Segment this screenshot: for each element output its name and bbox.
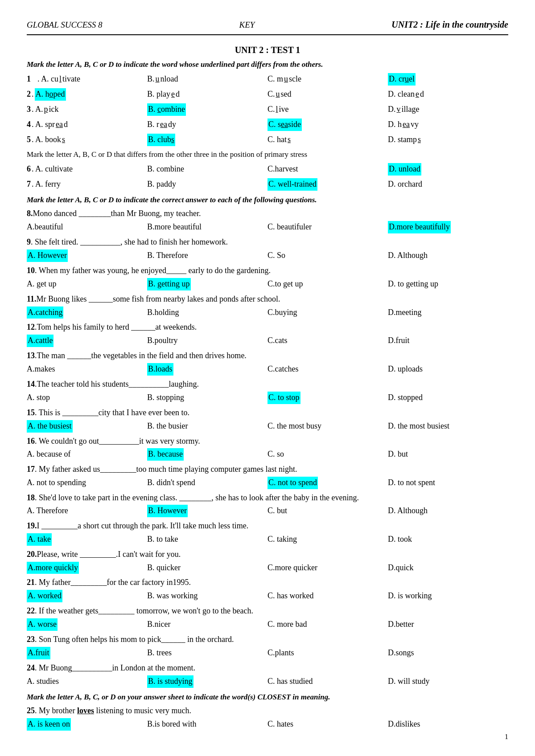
q1-a: 1. A. cultivate bbox=[27, 73, 147, 86]
q23-a: A.fruit bbox=[27, 647, 147, 659]
q3-d: D. village bbox=[388, 103, 508, 116]
q3-a: 3. A. pick bbox=[27, 103, 147, 116]
q16-b: B. because bbox=[147, 448, 268, 461]
q15-c: C. the most busy bbox=[268, 420, 388, 433]
q18-d: D. Although bbox=[388, 505, 508, 517]
question-21: 21. My father_________for the car factor… bbox=[27, 576, 508, 602]
q25-text: 25. My brother loves listening to music … bbox=[27, 705, 508, 717]
q10-a: A. get up bbox=[27, 278, 147, 290]
q24-a: A. studies bbox=[27, 675, 147, 688]
header-right: UNIT2 : Life in the countryside bbox=[391, 18, 508, 32]
q1-d: D. cruel bbox=[388, 73, 508, 86]
q21-b: B. was working bbox=[147, 590, 268, 602]
q9-text: 9. She felt tired. __________, she had t… bbox=[27, 236, 508, 249]
q15-a: A. the busiest bbox=[27, 420, 147, 433]
q11-a: A.catching bbox=[27, 306, 147, 319]
q15-text: 15. This is _________city that I have ev… bbox=[27, 407, 508, 419]
q5-b: B. clubs bbox=[147, 134, 268, 146]
q13-a: A.makes bbox=[27, 363, 147, 376]
q4-c: C. seaside bbox=[268, 119, 388, 131]
q18-a: A. Therefore bbox=[27, 505, 147, 517]
q13-d: D. uploads bbox=[388, 363, 508, 376]
question-20: 20.Please, write _________.I can't wait … bbox=[27, 548, 508, 574]
q12-b: B.poultry bbox=[147, 335, 268, 347]
q2-b: B. played bbox=[147, 88, 268, 101]
q10-d: D. to getting up bbox=[388, 278, 508, 290]
q19-b: B. to take bbox=[147, 533, 268, 546]
question-23: 23. Son Tung often helps his mom to pick… bbox=[27, 633, 508, 659]
q22-a: A. worse bbox=[27, 618, 147, 631]
q17-a: A. not to spending bbox=[27, 477, 147, 489]
q18-c: C. but bbox=[268, 505, 388, 517]
q8-d: D.more beautifully bbox=[388, 221, 508, 233]
q19-a: A. take bbox=[27, 533, 147, 546]
q5-a: 5. A. books bbox=[27, 134, 147, 146]
q7-d: D. orchard bbox=[388, 178, 508, 191]
q21-text: 21. My father_________for the car factor… bbox=[27, 576, 508, 589]
q17-d: D. to not spent bbox=[388, 477, 508, 489]
q22-answers: A. worse B.nicer C. more bad D.better bbox=[27, 618, 508, 631]
q12-c: C.cats bbox=[268, 335, 388, 347]
question-17: 17. My father asked us_________too much … bbox=[27, 463, 508, 489]
question-19: 19.I _________a short cut through the pa… bbox=[27, 520, 508, 546]
q4-d: D. heavy bbox=[388, 119, 508, 131]
q21-d: D. is working bbox=[388, 590, 508, 602]
q25-d: D.dislikes bbox=[388, 718, 508, 731]
question-24: 24. Mr Buong__________in London at the m… bbox=[27, 662, 508, 688]
q8-b: B.more beautiful bbox=[147, 221, 268, 233]
q7-answers: 7. A. ferry B. paddy C. well-trained D. … bbox=[27, 178, 508, 191]
instruction-4: Mark the letter A, B, C, or D on your an… bbox=[27, 691, 508, 703]
q5-answers: 5. A. books B. clubs C. hats D. stamps bbox=[27, 134, 508, 146]
q9-answers: A. However B. Therefore C. So D. Althoug… bbox=[27, 249, 508, 262]
question-7: 7. A. ferry B. paddy C. well-trained D. … bbox=[27, 178, 508, 191]
q21-a: A. worked bbox=[27, 590, 147, 602]
header-center: KEY bbox=[239, 18, 255, 31]
q14-b: B. stopping bbox=[147, 392, 268, 404]
q25-b: B.is bored with bbox=[147, 718, 268, 731]
question-14: 14.The teacher told his students________… bbox=[27, 378, 508, 404]
q25-answers: A. is keen on B.is bored with C. hates D… bbox=[27, 718, 508, 731]
q20-a: A.more quickly bbox=[27, 562, 147, 574]
question-9: 9. She felt tired. __________, she had t… bbox=[27, 236, 508, 262]
q9-a: A. However bbox=[27, 249, 147, 262]
q14-d: D. stopped bbox=[388, 392, 508, 404]
q12-text: 12.Tom helps his family to herd ______at… bbox=[27, 321, 508, 334]
q11-c: C.buying bbox=[268, 306, 388, 319]
instruction-3: Mark the letter A, B, C or D to indicate… bbox=[27, 194, 508, 206]
q13-answers: A.makes B.loads C.catches D. uploads bbox=[27, 363, 508, 376]
q11-d: D.meeting bbox=[388, 306, 508, 319]
q11-answers: A.catching B.holding C.buying D.meeting bbox=[27, 306, 508, 319]
q10-b: B. getting up bbox=[147, 278, 268, 290]
q15-answers: A. the busiest B. the busier C. the most… bbox=[27, 420, 508, 433]
q23-c: C.plants bbox=[268, 647, 388, 659]
question-1: 1. A. cultivate B. unload C. muscle D. c… bbox=[27, 73, 508, 86]
q5-c: C. hats bbox=[268, 134, 388, 146]
q9-b: B. Therefore bbox=[147, 249, 268, 262]
q16-a: A. because of bbox=[27, 448, 147, 461]
q2-answers: 2. A. hoped B. played C. used D. cleaned bbox=[27, 88, 508, 101]
question-8: 8.Mono danced ________than Mr Buong, my … bbox=[27, 208, 508, 233]
q6-a: 6. A. cultivate bbox=[27, 163, 147, 176]
q10-c: C.to get up bbox=[268, 278, 388, 290]
q24-c: C. has studied bbox=[268, 675, 388, 688]
q14-text: 14.The teacher told his students________… bbox=[27, 378, 508, 391]
q18-b: B. However bbox=[147, 505, 268, 517]
q6-answers: 6. A. cultivate B. combine C.harvest D. … bbox=[27, 163, 508, 176]
q22-text: 22. If the weather gets_________ tomorro… bbox=[27, 605, 508, 617]
q4-answers: 4. A. spread B. ready C. seaside D. heav… bbox=[27, 119, 508, 131]
question-13: 13.The man ______the vegetables in the f… bbox=[27, 350, 508, 376]
q6-c: C.harvest bbox=[268, 163, 388, 176]
question-5: 5. A. books B. clubs C. hats D. stamps bbox=[27, 134, 508, 146]
q19-c: C. taking bbox=[268, 533, 388, 546]
q13-text: 13.The man ______the vegetables in the f… bbox=[27, 350, 508, 362]
q13-b: B.loads bbox=[147, 363, 268, 376]
q25-c: C. hates bbox=[268, 718, 388, 731]
q14-c: C. to stop bbox=[268, 392, 388, 404]
q2-a: 2. A. hoped bbox=[27, 88, 147, 101]
q5-d: D. stamps bbox=[388, 134, 508, 146]
instruction-2: Mark the letter A, B, C or D that differ… bbox=[27, 149, 508, 160]
question-2: 2. A. hoped B. played C. used D. cleaned bbox=[27, 88, 508, 101]
q14-answers: A. stop B. stopping C. to stop D. stoppe… bbox=[27, 392, 508, 404]
q14-a: A. stop bbox=[27, 392, 147, 404]
q17-answers: A. not to spending B. didn't spend C. no… bbox=[27, 477, 508, 489]
